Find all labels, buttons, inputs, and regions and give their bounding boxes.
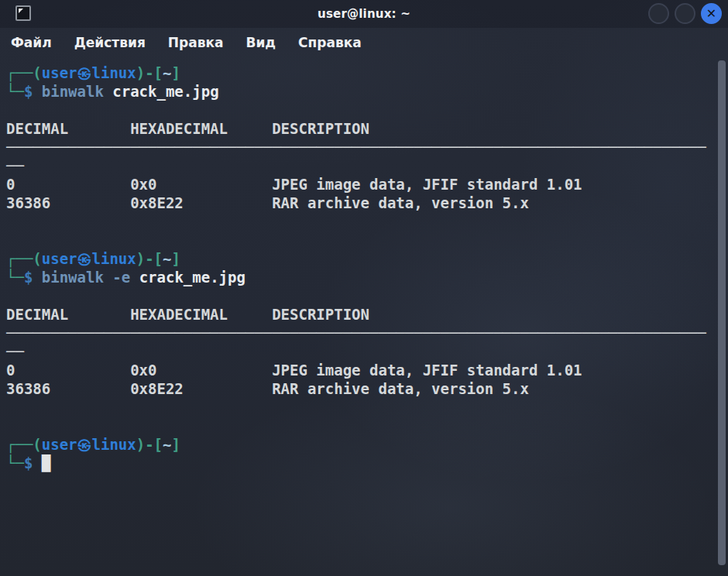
table-separator-wrap: ── — [6, 342, 714, 361]
cursor-line: └─$ █ — [6, 454, 714, 472]
terminal-text: crack_me.jpg — [139, 269, 246, 286]
blank — [6, 398, 714, 417]
menu-item-edit[interactable]: Правка — [168, 35, 224, 50]
terminal-text: binwalk -e — [42, 269, 139, 286]
terminal-cursor: █ — [42, 454, 50, 471]
terminal-text: )-[ — [136, 436, 163, 453]
scrollbar-thumb[interactable] — [718, 60, 726, 565]
minimize-button[interactable] — [648, 3, 669, 24]
terminal-text: $ — [24, 454, 42, 471]
terminal-text: ┌──( — [6, 250, 42, 267]
terminal-text: 36386 0x8E22 RAR archive data, version 5… — [6, 380, 529, 397]
table-row: 0 0x0 JPEG image data, JFIF standard 1.0… — [6, 361, 714, 379]
terminal-text: ┌──( — [6, 436, 42, 453]
prompt-line-2: ┌──(user㉿linux)-[~] — [6, 249, 714, 268]
window-controls: ✕ — [648, 3, 722, 24]
terminal-text: ~ — [163, 436, 171, 453]
command-line-1: └─$ binwalk crack_me.jpg — [6, 82, 714, 101]
table-separator: ────────────────────────────────────────… — [6, 324, 714, 342]
terminal-text: └─ — [6, 83, 24, 100]
terminal-text: crack_me.jpg — [112, 83, 218, 100]
close-icon: ✕ — [706, 8, 716, 20]
terminal-text: $ — [24, 269, 42, 286]
table-row: 0 0x0 JPEG image data, JFIF standard 1.0… — [6, 175, 714, 194]
blank — [6, 101, 714, 119]
terminal-text: binwalk — [42, 83, 113, 100]
terminal-text: ] — [172, 250, 180, 267]
terminal-text: ┌──( — [6, 64, 42, 81]
table-row: 36386 0x8E22 RAR archive data, version 5… — [6, 379, 714, 398]
terminal-text: ────────────────────────────────────────… — [6, 139, 706, 156]
menu-item-help[interactable]: Справка — [298, 35, 362, 50]
terminal-text: user㉿linux — [42, 436, 136, 453]
terminal-window: user@linux: ~ ✕ Файл Действия Правка Вид… — [0, 0, 728, 576]
terminal-text: DECIMAL HEXADECIMAL DESCRIPTION — [6, 120, 369, 137]
terminal-text: 0 0x0 JPEG image data, JFIF standard 1.0… — [6, 362, 582, 379]
terminal-text: user㉿linux — [42, 250, 136, 267]
prompt-line-1: ┌──(user㉿linux)-[~] — [6, 63, 714, 82]
menu-item-file[interactable]: Файл — [11, 35, 52, 50]
table-row: 36386 0x8E22 RAR archive data, version 5… — [6, 194, 714, 212]
terminal-text: )-[ — [136, 250, 163, 267]
scrollbar-track — [718, 59, 726, 571]
terminal-text: ── — [6, 157, 24, 174]
terminal-text: ── — [6, 343, 24, 360]
menu-item-view[interactable]: Вид — [246, 35, 276, 50]
menubar: Файл Действия Правка Вид Справка — [0, 28, 728, 57]
titlebar[interactable]: user@linux: ~ ✕ — [0, 0, 728, 28]
terminal-app-icon — [15, 5, 31, 21]
table-separator: ────────────────────────────────────────… — [6, 138, 714, 156]
blank — [6, 417, 714, 435]
terminal-text: user㉿linux — [42, 64, 136, 81]
close-button[interactable]: ✕ — [701, 3, 722, 24]
command-line-2: └─$ binwalk -e crack_me.jpg — [6, 268, 714, 286]
terminal-text: 36386 0x8E22 RAR archive data, version 5… — [6, 194, 529, 211]
maximize-button[interactable] — [675, 3, 695, 24]
terminal-text: ] — [172, 64, 180, 81]
terminal-text: └─ — [6, 269, 24, 286]
blank — [6, 286, 714, 305]
terminal-output[interactable]: ┌──(user㉿linux)-[~]└─$ binwalk crack_me.… — [0, 57, 728, 472]
terminal-text: ] — [172, 436, 180, 453]
terminal-text: ~ — [163, 64, 171, 81]
terminal-text: └─ — [6, 454, 24, 471]
terminal-text: ────────────────────────────────────────… — [6, 324, 706, 341]
table-header: DECIMAL HEXADECIMAL DESCRIPTION — [6, 119, 714, 138]
table-separator-wrap: ── — [6, 156, 714, 175]
blank — [6, 231, 714, 249]
window-title: user@linux: ~ — [0, 7, 728, 21]
terminal-text: 0 0x0 JPEG image data, JFIF standard 1.0… — [6, 176, 582, 193]
blank — [6, 212, 714, 231]
table-header: DECIMAL HEXADECIMAL DESCRIPTION — [6, 305, 714, 324]
terminal-text: ~ — [163, 250, 171, 267]
prompt-line-3: ┌──(user㉿linux)-[~] — [6, 435, 714, 454]
terminal-text: DECIMAL HEXADECIMAL DESCRIPTION — [6, 306, 369, 323]
terminal-text: )-[ — [136, 64, 163, 81]
terminal-text: $ — [24, 83, 42, 100]
menu-item-actions[interactable]: Действия — [74, 35, 146, 50]
